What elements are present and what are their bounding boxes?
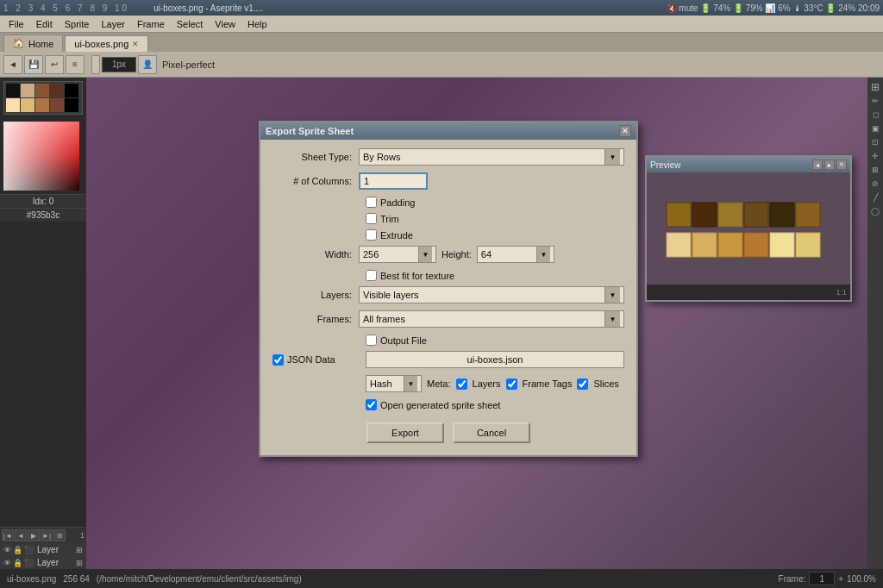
preview-ratio: 1:1 bbox=[836, 288, 847, 297]
dialog-close-btn[interactable]: ✕ bbox=[619, 125, 631, 137]
palette-cell-7[interactable] bbox=[35, 98, 49, 112]
tool-redo-btn[interactable]: ≡ bbox=[66, 55, 85, 74]
menu-select[interactable]: Select bbox=[172, 17, 209, 31]
padding-row: Padding bbox=[272, 197, 624, 208]
frame-plus-icon[interactable]: + bbox=[838, 574, 843, 584]
frame-tags-checkbox[interactable] bbox=[506, 378, 517, 390]
eyedropper-icon[interactable]: ⊘ bbox=[869, 178, 881, 190]
palette-cell-2[interactable] bbox=[35, 84, 49, 97]
layer-eye-icon: 👁 bbox=[3, 546, 11, 554]
menu-edit[interactable]: Edit bbox=[31, 17, 58, 31]
tool-size-box bbox=[91, 55, 100, 74]
tab-file-label: ui-boxes.png bbox=[74, 39, 128, 49]
color-gradient[interactable] bbox=[3, 122, 79, 191]
width-value: 256 bbox=[363, 249, 379, 260]
hash-meta-row: Hash ▼ Meta: Layers Frame Tags Slices bbox=[272, 375, 624, 392]
line-icon[interactable]: ╱ bbox=[869, 191, 881, 203]
menu-file[interactable]: File bbox=[3, 17, 29, 31]
palette-cell-3[interactable] bbox=[50, 84, 64, 97]
trim-checkbox[interactable] bbox=[366, 213, 377, 224]
padding-checkbox[interactable] bbox=[366, 197, 377, 208]
color-palette bbox=[3, 81, 83, 115]
export-button[interactable]: Export bbox=[366, 422, 444, 443]
extrude-checkbox[interactable] bbox=[366, 229, 377, 241]
width-dropdown[interactable]: 256 ▼ bbox=[359, 246, 436, 263]
zoom-display: 100.0% bbox=[847, 574, 876, 584]
tool-undo-btn[interactable]: ↩ bbox=[45, 55, 64, 74]
layers-row: Layers: Visible layers ▼ bbox=[272, 286, 624, 303]
palette-cell-0[interactable] bbox=[6, 84, 20, 97]
json-data-checkbox[interactable] bbox=[272, 354, 284, 366]
brush-size-input[interactable] bbox=[102, 57, 136, 72]
shape-icon[interactable]: ◯ bbox=[869, 205, 881, 217]
layer-name: Layer bbox=[37, 545, 59, 554]
layers-meta-checkbox[interactable] bbox=[456, 378, 467, 390]
palette-cell-8[interactable] bbox=[50, 98, 64, 112]
frame-tags-label: Frame Tags bbox=[523, 378, 573, 389]
height-dropdown[interactable]: 64 ▼ bbox=[477, 246, 554, 263]
select-rect-icon[interactable]: ⊡ bbox=[869, 136, 881, 148]
output-file-checkbox[interactable] bbox=[366, 335, 377, 346]
palette-cell-5[interactable] bbox=[6, 98, 20, 112]
layer-link2-icon: ⬛ bbox=[24, 559, 34, 567]
menu-help[interactable]: Help bbox=[242, 17, 272, 31]
frames-control: All frames ▼ bbox=[359, 310, 624, 328]
dialog-title: Export Sprite Sheet bbox=[266, 126, 354, 136]
svg-rect-12 bbox=[796, 233, 820, 257]
palette-cell-6[interactable] bbox=[21, 98, 34, 112]
move-icon[interactable]: ✛ bbox=[869, 150, 881, 162]
best-fit-checkbox[interactable] bbox=[366, 270, 377, 281]
palette-cell-4[interactable] bbox=[65, 84, 78, 97]
menu-sprite[interactable]: Sprite bbox=[59, 17, 95, 31]
height-label: Height: bbox=[442, 249, 472, 260]
home-icon: 🏠 bbox=[13, 38, 25, 49]
layer-first-btn[interactable]: |◄ bbox=[2, 529, 14, 541]
frame-input[interactable] bbox=[809, 572, 835, 585]
layer-config-icon[interactable]: ⊞ bbox=[76, 546, 83, 554]
layer-row[interactable]: 👁 🔒 ⬛ Layer ⊞ bbox=[0, 543, 86, 556]
slices-checkbox[interactable] bbox=[577, 378, 588, 390]
columns-input[interactable] bbox=[359, 172, 428, 190]
tool-save-btn[interactable]: 💾 bbox=[24, 55, 43, 74]
tool-arrow-btn[interactable]: ◄ bbox=[3, 55, 22, 74]
open-sheet-checkbox[interactable] bbox=[366, 399, 377, 410]
eraser-icon[interactable]: ◻ bbox=[869, 109, 881, 121]
sheet-type-dropdown[interactable]: By Rows ▼ bbox=[359, 148, 624, 166]
menu-layer[interactable]: Layer bbox=[96, 17, 130, 31]
layer-config2-icon[interactable]: ⊞ bbox=[76, 559, 83, 567]
pixel-perfect-label: Pixel-perfect bbox=[162, 59, 215, 70]
layers-dropdown[interactable]: Visible layers ▼ bbox=[359, 286, 624, 303]
preview-back-btn[interactable]: ◄ bbox=[812, 160, 823, 170]
layer-play-btn[interactable]: ▶ bbox=[28, 529, 40, 541]
hash-dropdown[interactable]: Hash ▼ bbox=[366, 375, 422, 392]
palette-cell-9[interactable] bbox=[65, 98, 78, 112]
preview-forward-btn[interactable]: ► bbox=[824, 160, 835, 170]
frames-dropdown[interactable]: All frames ▼ bbox=[359, 310, 624, 328]
meta-label: Meta: bbox=[427, 378, 451, 389]
menu-frame[interactable]: Frame bbox=[132, 17, 170, 31]
layer-row-2[interactable]: 👁 🔒 ⬛ Layer ⊞ bbox=[0, 556, 86, 569]
color-hex-value: #935b3c bbox=[0, 208, 86, 222]
tab-close-icon[interactable]: ✕ bbox=[132, 40, 139, 48]
menu-view[interactable]: View bbox=[210, 17, 241, 31]
tab-home[interactable]: 🏠 Home bbox=[3, 34, 63, 52]
tab-file[interactable]: ui-boxes.png ✕ bbox=[65, 35, 148, 52]
pencil-icon[interactable]: ✏ bbox=[869, 95, 881, 107]
left-sidebar: Idx: 0 #935b3c |◄ ◄ ▶ ►| ⊞ 1 👁 🔒 ⬛ Layer… bbox=[0, 78, 86, 569]
layers-arrow: ▼ bbox=[604, 287, 620, 303]
preview-controls: ◄ ► ✕ bbox=[812, 160, 847, 170]
slices-label: Slices bbox=[593, 378, 618, 389]
layer-next-btn[interactable]: ►| bbox=[41, 529, 53, 541]
preview-close-btn[interactable]: ✕ bbox=[836, 160, 847, 170]
layer-prev-btn[interactable]: ◄ bbox=[15, 529, 27, 541]
output-file-label: Output File bbox=[380, 335, 427, 346]
layer-last-btn[interactable]: ⊞ bbox=[53, 529, 66, 541]
crop-icon[interactable]: ⊠ bbox=[869, 164, 881, 176]
preview-window: Preview ◄ ► ✕ bbox=[645, 155, 852, 302]
palette-cell-1[interactable] bbox=[21, 84, 34, 97]
cancel-button[interactable]: Cancel bbox=[453, 422, 530, 443]
paint-bucket-icon[interactable]: ▣ bbox=[869, 122, 881, 134]
zoom-in-icon[interactable]: ⊞ bbox=[869, 81, 881, 93]
tool-user-btn[interactable]: 👤 bbox=[138, 55, 157, 74]
right-tools: ⊞ ✏ ◻ ▣ ⊡ ✛ ⊠ ⊘ ╱ ◯ bbox=[867, 78, 883, 569]
